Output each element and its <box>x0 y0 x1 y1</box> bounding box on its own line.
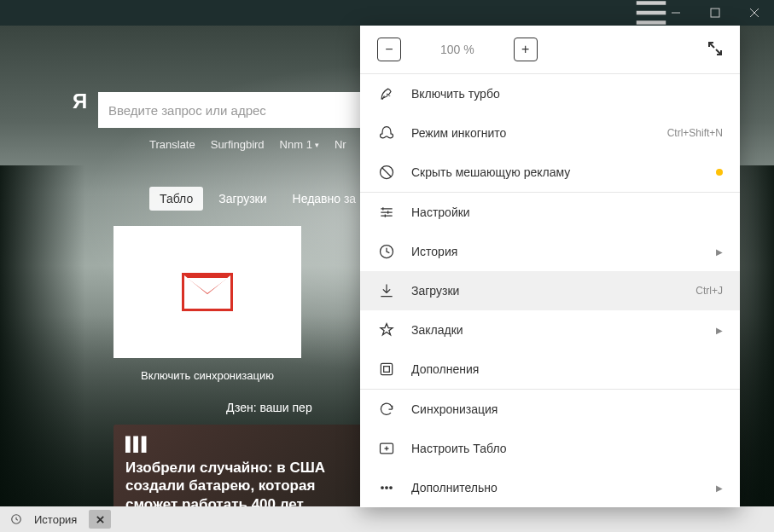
sync-label[interactable]: Включить синхронизацию <box>113 369 301 382</box>
menu-bookmarks[interactable]: Закладки ▶ <box>360 310 740 350</box>
menu-hide-ads[interactable]: Скрыть мешающую рекламу <box>360 153 740 192</box>
chevron-right-icon: ▶ <box>716 483 723 493</box>
tab-recent[interactable]: Недавно за <box>282 187 367 211</box>
menu-shortcut: Ctrl+Shift+N <box>667 127 723 139</box>
window-titlebar <box>0 0 774 26</box>
window-maximize-button[interactable] <box>695 0 735 26</box>
menu-settings[interactable]: Настройки <box>360 193 740 232</box>
svg-point-7 <box>386 487 388 489</box>
menu-sync[interactable]: Синхронизация <box>360 390 740 429</box>
menu-turbo[interactable]: Включить турбо <box>360 74 740 113</box>
svg-point-6 <box>381 487 384 489</box>
addons-icon <box>377 360 396 379</box>
menu-history[interactable]: История ▶ <box>360 232 740 271</box>
fullscreen-button[interactable] <box>707 41 723 59</box>
menu-item-label: Загрузки <box>411 284 695 298</box>
clock-icon <box>10 513 22 525</box>
zen-card[interactable]: ▌▌▌ Изобрели случайно: в США создали бат… <box>113 425 370 518</box>
more-icon <box>377 478 396 497</box>
quicklink-surfingbird[interactable]: Surfingbird <box>211 138 265 151</box>
menu-item-label: Включить турбо <box>411 87 723 101</box>
quicklink-nr[interactable]: Nr <box>335 138 346 151</box>
menu-item-label: Синхронизация <box>411 402 723 416</box>
zoom-in-button[interactable]: + <box>514 38 538 61</box>
star-icon <box>377 321 396 339</box>
main-menu-dropdown: − 100 % + Включить турбо Режим инкогнито… <box>360 26 740 507</box>
quicklink-translate[interactable]: Translate <box>149 138 195 151</box>
downloads-bar: История <box>0 506 774 532</box>
svg-rect-0 <box>711 9 719 17</box>
history-icon <box>377 242 396 261</box>
tab-tablo[interactable]: Табло <box>149 187 203 211</box>
svg-point-8 <box>390 487 393 489</box>
chevron-right-icon: ▶ <box>716 247 723 257</box>
svg-rect-4 <box>384 367 390 373</box>
yandex-logo[interactable]: Я <box>73 90 87 113</box>
menu-item-label: Дополнения <box>411 362 723 376</box>
rocket-icon <box>377 84 396 103</box>
menu-item-label: Скрыть мешающую рекламу <box>411 165 709 179</box>
tile-gmail[interactable]: Включить синхронизацию <box>113 226 301 358</box>
menu-customize-tablo[interactable]: Настроить Табло <box>360 429 740 468</box>
tab-downloads[interactable]: Загрузки <box>208 187 276 211</box>
menu-shortcut: Ctrl+J <box>695 285 723 297</box>
quicklink-nnm1[interactable]: Nnm 1 ▾ <box>280 138 319 151</box>
menu-item-label: Настроить Табло <box>411 442 723 455</box>
menu-more[interactable]: Дополнительно ▶ <box>360 468 740 507</box>
zoom-out-button[interactable]: − <box>377 38 401 61</box>
tab-add-icon <box>377 439 396 458</box>
bottombar-close-button[interactable] <box>89 510 111 529</box>
menu-item-label: Закладки <box>411 323 709 337</box>
bottombar-label[interactable]: История <box>34 513 77 526</box>
menu-addons[interactable]: Дополнения <box>360 350 740 389</box>
chevron-down-icon: ▾ <box>315 141 319 149</box>
svg-rect-3 <box>381 363 392 374</box>
status-dot-icon <box>716 169 723 176</box>
chevron-right-icon: ▶ <box>716 326 723 335</box>
settings-icon <box>377 203 396 222</box>
menu-item-label: Настройки <box>411 205 723 219</box>
menu-incognito[interactable]: Режим инкогнито Ctrl+Shift+N <box>360 113 740 153</box>
hamburger-menu-button[interactable] <box>631 0 671 26</box>
gmail-icon <box>182 273 233 311</box>
menu-downloads[interactable]: Загрузки Ctrl+J <box>360 271 740 310</box>
zoom-value: 100 % <box>440 43 474 56</box>
menu-item-label: Дополнительно <box>411 481 709 494</box>
zen-card-title: Изобрели случайно: в США создали батарею… <box>125 459 358 513</box>
window-close-button[interactable] <box>735 0 774 26</box>
zoom-row: − 100 % + <box>360 26 740 73</box>
incognito-icon <box>377 124 396 142</box>
download-icon <box>377 281 396 300</box>
menu-item-label: История <box>411 245 709 258</box>
menu-item-label: Режим инкогнито <box>411 126 667 140</box>
publisher-icon: ▌▌▌ <box>125 437 358 452</box>
block-icon <box>377 163 396 182</box>
sync-icon <box>377 400 396 419</box>
